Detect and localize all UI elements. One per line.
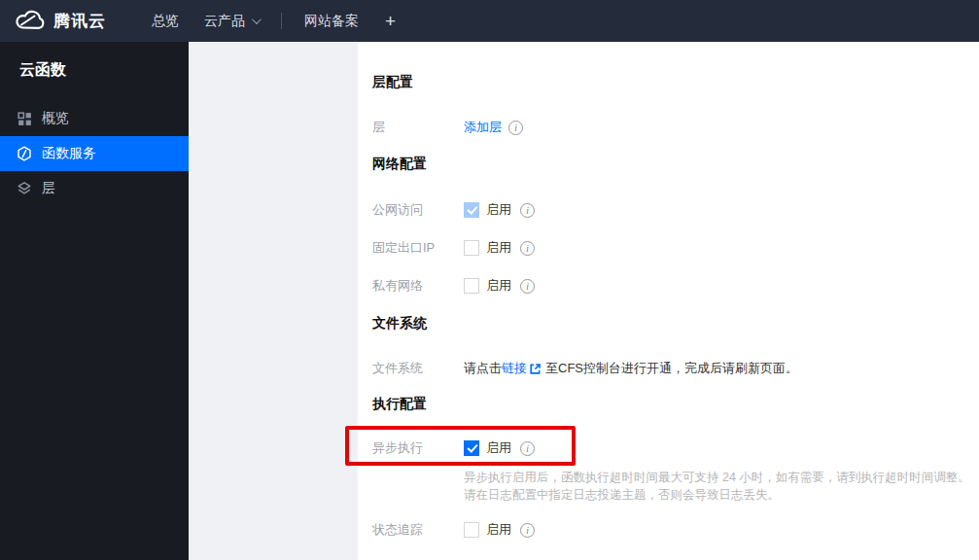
async-execution-description: 异步执行启用后，函数执行超时时间最大可支持 24 小时，如有需要，请到执行超时时…	[464, 469, 979, 504]
cfs-console-link[interactable]: 链接	[502, 360, 527, 377]
tencent-cloud-logo[interactable]: 腾讯云	[14, 8, 106, 35]
topnav: 总览 云产品 网站备案 +	[139, 0, 409, 42]
public-network-access-row: 公网访问 启用 i	[372, 201, 979, 219]
info-icon[interactable]: i	[520, 441, 535, 456]
tencent-cloud-logo-icon	[14, 8, 46, 35]
layers-icon	[17, 181, 32, 196]
layer-row: 层 添加层 i	[372, 119, 979, 136]
sidebar-item-label: 概览	[42, 110, 69, 127]
section-title-layer-config: 层配置	[372, 75, 979, 88]
info-icon[interactable]: i	[520, 279, 535, 294]
enable-label: 启用	[486, 521, 511, 539]
sidebar-item-label: 层	[42, 180, 55, 197]
field-label-layer: 层	[372, 119, 464, 136]
file-system-hint-after: 至CFS控制台进行开通，完成后请刷新页面。	[545, 360, 798, 377]
topnav-item-overview[interactable]: 总览	[139, 0, 192, 42]
sidebar-menu: 概览 函数服务	[0, 101, 189, 206]
enable-label: 启用	[486, 201, 511, 219]
sidebar-item-layers[interactable]: 层	[0, 171, 189, 206]
page: 腾讯云 总览 云产品 网站备案 + 云函数	[0, 0, 979, 560]
file-system-hint-before: 请点击	[464, 360, 502, 377]
status-tracking-row: 状态追踪 启用 i	[372, 521, 979, 539]
enable-label: 启用	[486, 239, 511, 257]
field-label-async-execution: 异步执行	[372, 439, 464, 457]
file-system-row: 文件系统 请点击 链接 至CFS控制台进行开通，完成后请刷新页面。	[372, 360, 979, 377]
external-link-icon[interactable]	[529, 362, 542, 379]
sidebar: 云函数 概览	[0, 42, 189, 560]
topnav-divider	[281, 13, 282, 29]
sidebar-title: 云函数	[0, 42, 189, 81]
field-label-file-system: 文件系统	[372, 360, 464, 377]
fixed-ip-checkbox[interactable]	[464, 240, 479, 256]
info-icon[interactable]: i	[520, 523, 535, 538]
field-label-fixed-ip: 固定出口IP	[372, 239, 464, 257]
async-execution-row: 异步执行 启用 i	[372, 439, 979, 457]
settings-panel: 层配置 层 添加层 i 网络配置 公网访问 启用 i 固定出口IP 启用 i 私…	[358, 42, 979, 560]
page-body: 云函数 概览	[0, 42, 979, 560]
async-execution-checkbox[interactable]	[464, 440, 479, 456]
section-title-network-config: 网络配置	[372, 157, 979, 170]
function-icon	[17, 146, 32, 161]
private-network-checkbox[interactable]	[464, 278, 479, 294]
field-label-public-access: 公网访问	[372, 201, 464, 219]
add-nav-tab-button[interactable]: +	[371, 0, 409, 42]
fixed-outbound-ip-row: 固定出口IP 启用 i	[372, 239, 979, 257]
topbar: 腾讯云 总览 云产品 网站备案 +	[0, 0, 979, 42]
sidebar-item-overview[interactable]: 概览	[0, 101, 189, 136]
status-tracking-checkbox[interactable]	[464, 522, 479, 538]
topnav-item-label: 总览	[152, 13, 179, 30]
chevron-down-icon	[252, 15, 262, 24]
topnav-item-label: 云产品	[204, 13, 245, 30]
brand-name: 腾讯云	[53, 10, 106, 32]
topnav-item-icp-filing[interactable]: 网站备案	[292, 0, 371, 42]
sidebar-item-function-service[interactable]: 函数服务	[0, 136, 189, 171]
sidebar-item-label: 函数服务	[42, 145, 96, 162]
section-title-file-system: 文件系统	[372, 316, 979, 330]
grid-icon	[17, 111, 32, 126]
field-label-private-network: 私有网络	[372, 277, 464, 295]
add-layer-link[interactable]: 添加层	[464, 119, 502, 136]
info-icon[interactable]: i	[520, 241, 535, 256]
enable-label: 启用	[486, 439, 511, 457]
enable-label: 启用	[486, 277, 511, 295]
description-line: 请在日志配置中指定日志投递主题，否则会导致日志丢失。	[464, 486, 979, 504]
info-icon[interactable]: i	[520, 203, 535, 218]
public-access-checkbox	[464, 202, 479, 218]
topnav-item-label: 网站备案	[304, 13, 359, 30]
private-network-row: 私有网络 启用 i	[372, 277, 979, 295]
description-line: 异步执行启用后，函数执行超时时间最大可支持 24 小时，如有需要，请到执行超时时…	[464, 469, 979, 486]
section-title-execution-config: 执行配置	[372, 397, 979, 410]
info-icon[interactable]: i	[508, 121, 523, 135]
field-label-status-tracking: 状态追踪	[372, 521, 464, 539]
topnav-item-cloud-products[interactable]: 云产品	[192, 0, 271, 42]
function-list-panel	[189, 42, 358, 560]
